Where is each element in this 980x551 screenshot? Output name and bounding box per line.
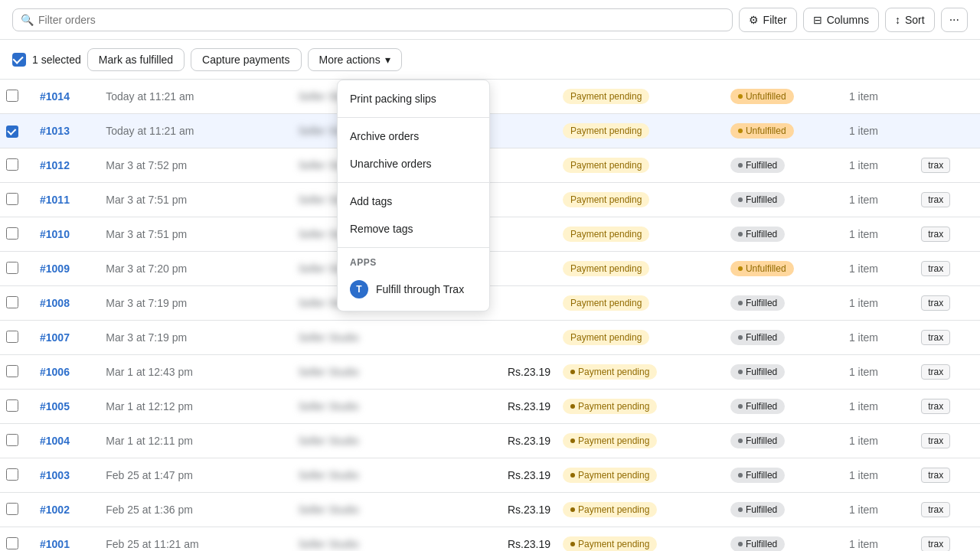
payment-status-cell: Payment pending [557, 458, 724, 493]
order-id[interactable]: #1010 [40, 228, 70, 240]
tag-cell: trax [915, 355, 980, 390]
order-tag: trax [921, 295, 950, 311]
tag-cell: trax [915, 527, 980, 552]
order-id-cell: #1014 [34, 80, 100, 114]
filter-button[interactable]: ⚙ Filter [739, 8, 797, 32]
payment-status-badge: Payment pending [563, 468, 657, 483]
order-items: 1 item [849, 228, 878, 240]
more-icon: ··· [949, 13, 959, 26]
order-id[interactable]: #1007 [40, 331, 70, 344]
order-tag: trax [921, 536, 950, 551]
order-id[interactable]: #1004 [40, 435, 70, 447]
chevron-down-icon: ▾ [385, 54, 390, 66]
selection-bar: 1 selected Mark as fulfilled Capture pay… [0, 40, 980, 80]
checkbox-cell [0, 286, 34, 321]
order-id[interactable]: #1006 [40, 366, 70, 378]
checkbox-cell [0, 390, 34, 424]
fulfillment-status-badge: Fulfilled [730, 536, 785, 551]
row-checkbox[interactable] [6, 537, 18, 549]
table-row: #1002 Feb 25 at 1:36 pm Seller Studio Rs… [0, 493, 980, 527]
order-amount: — [540, 159, 550, 171]
row-checkbox[interactable] [6, 158, 18, 171]
row-checkbox[interactable] [6, 296, 18, 308]
table-row: #1004 Mar 1 at 12:11 pm Seller Studio Rs… [0, 424, 980, 458]
payment-status-badge: Payment pending [563, 261, 649, 276]
customer-name: Seller Studio [299, 366, 359, 378]
row-checkbox[interactable] [6, 468, 18, 481]
row-checkbox[interactable] [6, 262, 18, 274]
order-amount: Rs.23.19 [508, 538, 550, 550]
items-cell: 1 item [843, 148, 915, 183]
order-id[interactable]: #1013 [40, 125, 70, 137]
row-checkbox[interactable] [6, 365, 18, 377]
filter-icon: ⚙ [749, 14, 759, 26]
capture-payments-button[interactable]: Capture payments [191, 48, 301, 71]
order-id-cell: #1011 [34, 183, 100, 217]
dropdown-item-unarchive-orders[interactable]: Unarchive orders [338, 150, 489, 178]
items-cell: 1 item [843, 458, 915, 493]
dropdown-item-fulfill-trax[interactable]: T Fulfill through Trax [338, 272, 489, 306]
tag-cell: trax [915, 183, 980, 217]
order-id[interactable]: #1003 [40, 469, 70, 481]
dropdown-item-remove-tags[interactable]: Remove tags [338, 215, 489, 243]
fulfillment-dot [738, 301, 743, 305]
payment-status-badge: Payment pending [563, 158, 649, 173]
order-id-cell: #1005 [34, 390, 100, 424]
payment-status-badge: Payment pending [563, 433, 657, 448]
order-id[interactable]: #1001 [40, 538, 70, 550]
customer-cell: Seller Studio [292, 458, 461, 493]
payment-status-cell: Payment pending [557, 390, 724, 424]
tag-cell [915, 80, 980, 114]
order-amount: — [540, 194, 550, 206]
select-all-checkbox[interactable] [12, 53, 26, 67]
order-id[interactable]: #1002 [40, 504, 70, 516]
sort-button[interactable]: ↕ Sort [885, 8, 935, 32]
order-items: 1 item [849, 366, 878, 378]
tag-cell: trax [915, 458, 980, 493]
dropdown-item-add-tags[interactable]: Add tags [338, 187, 489, 215]
payment-status-cell: Payment pending [557, 493, 724, 527]
payment-dot [570, 370, 575, 374]
order-id[interactable]: #1012 [40, 159, 70, 171]
order-date-cell: Mar 3 at 7:19 pm [100, 321, 292, 355]
row-checkbox[interactable] [6, 331, 18, 343]
dropdown-item-archive-orders[interactable]: Archive orders [338, 122, 489, 150]
row-checkbox[interactable] [6, 503, 18, 515]
order-id[interactable]: #1009 [40, 262, 70, 275]
table-row: #1008 Mar 3 at 7:19 pm Seller Studio — P… [0, 286, 980, 321]
order-date-cell: Today at 11:21 am [100, 80, 292, 114]
tag-cell: trax [915, 148, 980, 183]
row-checkbox[interactable] [6, 90, 18, 102]
search-input[interactable] [38, 14, 724, 26]
payment-status-badge: Payment pending [563, 227, 649, 242]
fulfillment-status-badge: Unfulfilled [730, 261, 794, 276]
payment-status-badge: Payment pending [563, 399, 657, 414]
tag-cell [915, 114, 980, 148]
row-checkbox[interactable] [6, 126, 18, 138]
row-checkbox[interactable] [6, 193, 18, 205]
table-row: #1010 Mar 3 at 7:51 pm Seller Studio — P… [0, 217, 980, 252]
order-date: Feb 25 at 1:47 pm [106, 469, 193, 481]
order-tag: trax [921, 433, 950, 448]
order-id[interactable]: #1008 [40, 297, 70, 309]
mark-fulfilled-button[interactable]: Mark as fulfilled [87, 48, 185, 71]
columns-label: Columns [827, 14, 869, 26]
tag-cell: trax [915, 321, 980, 355]
row-checkbox[interactable] [6, 434, 18, 446]
order-id[interactable]: #1014 [40, 90, 70, 103]
order-items: 1 item [849, 159, 878, 171]
order-id-cell: #1003 [34, 458, 100, 493]
order-date-cell: Feb 25 at 1:36 pm [100, 493, 292, 527]
order-id[interactable]: #1005 [40, 400, 70, 412]
more-actions-button[interactable]: More actions ▾ [308, 48, 402, 71]
more-button[interactable]: ··· [941, 8, 968, 32]
checkbox-cell [0, 424, 34, 458]
row-checkbox[interactable] [6, 399, 18, 412]
customer-cell: Seller Studio [292, 321, 461, 355]
columns-button[interactable]: ⊟ Columns [803, 8, 879, 32]
order-id[interactable]: #1011 [40, 194, 70, 206]
row-checkbox[interactable] [6, 227, 18, 240]
search-box[interactable]: 🔍 [12, 8, 733, 31]
dropdown-item-print-packing-slips[interactable]: Print packing slips [338, 85, 489, 112]
order-items: 1 item [849, 469, 878, 481]
